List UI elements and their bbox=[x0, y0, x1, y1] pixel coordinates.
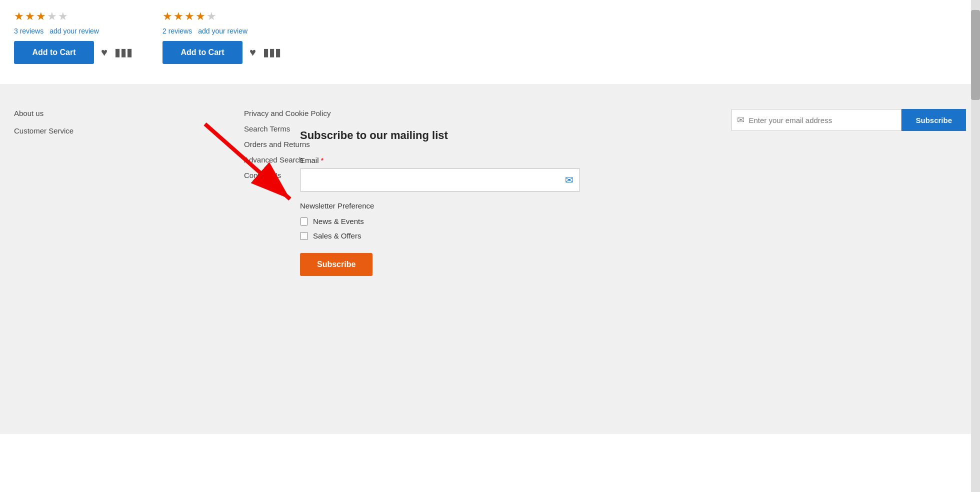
review-count-1: 3 reviews bbox=[14, 27, 44, 35]
news-events-label[interactable]: News & Events bbox=[313, 217, 364, 226]
mailing-subscribe-button[interactable]: Subscribe bbox=[300, 253, 372, 276]
news-events-checkbox[interactable] bbox=[300, 218, 308, 226]
mailing-email-icon: ✉ bbox=[565, 174, 574, 186]
footer-link-about[interactable]: About us bbox=[14, 109, 124, 118]
mailing-list-title: Subscribe to our mailing list bbox=[300, 129, 580, 142]
mailing-list-section: Subscribe to our mailing list Email * ✉ … bbox=[300, 129, 580, 276]
add-to-cart-button-1[interactable]: Add to Cart bbox=[14, 41, 94, 64]
footer-link-privacy[interactable]: Privacy and Cookie Policy bbox=[244, 109, 374, 118]
footer-email-input-wrap: ✉ bbox=[732, 109, 902, 131]
star-1-5: ★ bbox=[58, 10, 68, 23]
star-1-2: ★ bbox=[25, 10, 35, 23]
email-form-label: Email * bbox=[300, 156, 580, 164]
star-rating-2: ★ ★ ★ ★ ★ bbox=[162, 10, 281, 23]
star-2-5: ★ bbox=[206, 10, 216, 23]
footer-email-icon: ✉ bbox=[737, 114, 744, 126]
review-count-2: 2 reviews bbox=[162, 27, 192, 35]
star-2-2: ★ bbox=[174, 10, 184, 23]
footer-subscribe-button[interactable]: Subscribe bbox=[902, 109, 966, 131]
mailing-email-input[interactable] bbox=[306, 176, 565, 184]
footer: About us Customer Service Privacy and Co… bbox=[0, 84, 980, 434]
email-label-text: Email bbox=[300, 156, 319, 164]
star-2-3: ★ bbox=[184, 10, 194, 23]
add-review-link-2[interactable]: add your review bbox=[198, 27, 248, 35]
footer-col-1: About us Customer Service bbox=[14, 109, 124, 409]
star-1-3: ★ bbox=[36, 10, 46, 23]
add-review-link-1[interactable]: add your review bbox=[50, 27, 99, 35]
review-row-2: 2 reviews add your review bbox=[162, 27, 281, 35]
star-rating-1: ★ ★ ★ ★ ★ bbox=[14, 10, 132, 23]
news-events-row: News & Events bbox=[300, 217, 580, 226]
wishlist-icon-1[interactable]: ♥ bbox=[101, 46, 108, 59]
scrollbar-thumb[interactable] bbox=[971, 10, 980, 100]
product-card-2: ★ ★ ★ ★ ★ 2 reviews add your review Add … bbox=[162, 10, 281, 64]
scrollbar[interactable] bbox=[971, 0, 980, 492]
product-section: ★ ★ ★ ★ ★ 3 reviews add your review Add … bbox=[0, 0, 980, 84]
star-2-1: ★ bbox=[162, 10, 172, 23]
email-input-wrap: ✉ bbox=[300, 168, 580, 192]
product-card-1: ★ ★ ★ ★ ★ 3 reviews add your review Add … bbox=[14, 10, 132, 64]
star-1-4: ★ bbox=[47, 10, 57, 23]
sales-offers-checkbox[interactable] bbox=[300, 232, 308, 240]
compare-icon-2[interactable]: ▮▮▮ bbox=[263, 46, 281, 59]
star-2-4: ★ bbox=[196, 10, 206, 23]
footer-email-input[interactable] bbox=[748, 116, 896, 124]
footer-email-bar: ✉ Subscribe bbox=[732, 109, 966, 131]
newsletter-pref-label: Newsletter Preference bbox=[300, 202, 580, 210]
wishlist-icon-2[interactable]: ♥ bbox=[250, 46, 256, 59]
review-row-1: 3 reviews add your review bbox=[14, 27, 132, 35]
star-1-1: ★ bbox=[14, 10, 24, 23]
sales-offers-label[interactable]: Sales & Offers bbox=[313, 232, 361, 240]
required-star: * bbox=[321, 156, 324, 164]
add-to-cart-button-2[interactable]: Add to Cart bbox=[162, 41, 242, 64]
sales-offers-row: Sales & Offers bbox=[300, 232, 580, 240]
compare-icon-1[interactable]: ▮▮▮ bbox=[114, 46, 132, 59]
footer-link-customer-service[interactable]: Customer Service bbox=[14, 126, 124, 135]
